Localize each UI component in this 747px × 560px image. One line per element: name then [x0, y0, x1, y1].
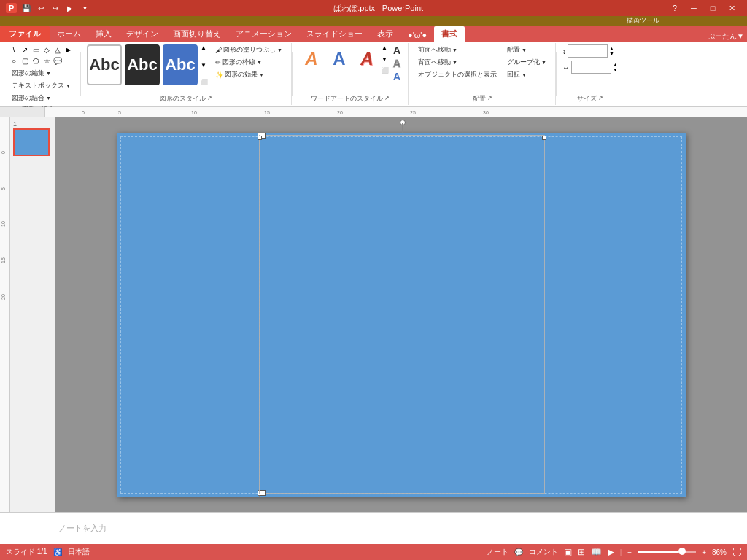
style-white-button[interactable]: Abc [87, 44, 122, 85]
comments-label[interactable]: コメント [529, 547, 558, 557]
textbox-button[interactable]: テキストボックス ▼ [9, 80, 74, 91]
bring-forward-button[interactable]: 前面へ移動 ▼ [415, 44, 500, 55]
shape-rounded-rect[interactable]: ▢ [20, 55, 30, 66]
ruler-horizontal-container: 0 5 10 15 20 25 30 [0, 107, 747, 117]
slide-preview-1[interactable] [13, 128, 50, 156]
undo-icon[interactable]: ↩ [34, 1, 47, 15]
wordart-a-red[interactable]: A [354, 44, 380, 74]
size-expand[interactable]: ↗ [598, 95, 603, 101]
shape-chevron[interactable]: ▶ [63, 44, 74, 55]
help-button[interactable]: ? [665, 0, 684, 16]
svg-text:10: 10 [1, 221, 6, 227]
wordart-a-blue[interactable]: A [326, 44, 352, 74]
language: 日本語 [68, 547, 90, 557]
merge-shapes-button[interactable]: 図形の結合 ▼ [9, 93, 74, 104]
redo-icon[interactable]: ↪ [49, 1, 62, 15]
zoom-level[interactable]: 86% [712, 548, 727, 556]
height-up-icon[interactable]: ▲ [609, 46, 614, 51]
shape-star[interactable]: ☆ [42, 55, 52, 66]
style-dark-button[interactable]: Abc [125, 44, 160, 85]
reading-view-icon[interactable]: 📖 [591, 547, 602, 557]
width-down-icon[interactable]: ▼ [613, 67, 618, 72]
send-backward-button[interactable]: 背面へ移動 ▼ [415, 57, 500, 68]
wordart-expand[interactable]: ↗ [384, 95, 390, 101]
tab-design[interactable]: デザイン [119, 26, 166, 42]
shape-styles-label: 図形のスタイル [160, 93, 206, 104]
shapes-insert-group: \ ↗ ▭ ◇ △ ▶ ○ ▢ ⬠ ☆ 💬 ⋯ 図形の編集 ▼ テキストボックス… [3, 43, 80, 105]
customize-icon[interactable]: ▼ [78, 1, 91, 15]
handle-bottom[interactable] [258, 490, 263, 496]
group-button[interactable]: グループ化 ▼ [504, 57, 549, 68]
quick-access-toolbar: 💾 ↩ ↪ ▶ ▼ [20, 1, 91, 15]
close-button[interactable]: ✕ [722, 0, 741, 16]
tab-format[interactable]: 書式 [434, 26, 465, 42]
zoom-in-icon[interactable]: + [702, 548, 706, 556]
wordart-up-icon[interactable]: ▲ [382, 44, 389, 51]
style-up-icon[interactable]: ▲ [201, 44, 208, 51]
shape-line[interactable]: \ [9, 44, 19, 55]
fit-to-window-icon[interactable]: ⛶ [732, 547, 741, 557]
selection-pane-button[interactable]: オブジェクトの選択と表示 [415, 69, 500, 80]
present-icon[interactable]: ▶ [63, 1, 77, 15]
shape-triangle[interactable]: △ [53, 44, 63, 55]
shape-more[interactable]: ⋯ [63, 55, 74, 66]
save-icon[interactable]: 💾 [20, 1, 33, 15]
wordart-expand-icon[interactable]: ⬜ [382, 67, 389, 74]
handle-middle[interactable] [258, 133, 263, 139]
shape-pentagon[interactable]: ⬠ [31, 55, 41, 66]
rotate-handle[interactable] [400, 120, 406, 125]
notes-area[interactable]: ノートを入力 [0, 512, 747, 544]
width-up-icon[interactable]: ▲ [613, 62, 618, 67]
zoom-out-icon[interactable]: − [627, 548, 632, 556]
wordart-a-orange[interactable]: A [298, 44, 325, 74]
tab-home[interactable]: ホーム [50, 26, 88, 42]
slide-canvas[interactable] [117, 133, 686, 497]
accessibility-icon[interactable]: ♿ [53, 548, 62, 556]
outline-icon: ✏ [215, 59, 221, 66]
shape-arrow[interactable]: ↗ [20, 44, 30, 55]
shape-styles-content: Abc Abc Abc ▲ ▼ ⬜ 🖌 図形の塗りつぶし ▼ ✏ 図形の枠線 ▼… [87, 44, 285, 93]
height-input[interactable] [568, 44, 608, 58]
restore-button[interactable]: □ [703, 0, 722, 16]
zoom-slider[interactable] [638, 551, 696, 553]
style-blue-button[interactable]: Abc [163, 44, 198, 85]
shape-fill-button[interactable]: 🖌 図形の塗りつぶし ▼ [212, 44, 285, 55]
text-effect-row: A [393, 71, 402, 82]
tab-transitions[interactable]: 画面切り替え [166, 26, 228, 42]
slideshow-icon[interactable]: ▶ [608, 547, 614, 557]
svg-text:20: 20 [337, 110, 343, 115]
tab-custom[interactable]: ●'ω'● [400, 28, 434, 42]
arrange-content: 前面へ移動 ▼ 背面へ移動 ▼ オブジェクトの選択と表示 配置 ▼ グループ化 … [415, 44, 549, 93]
wordart-down-icon[interactable]: ▼ [382, 56, 389, 63]
height-down-icon[interactable]: ▼ [609, 51, 614, 56]
notes-button[interactable]: ノート [487, 547, 508, 557]
shape-diamond[interactable]: ◇ [42, 44, 52, 55]
tab-insert[interactable]: 挿入 [88, 26, 119, 42]
align-button[interactable]: 配置 ▼ [504, 44, 549, 55]
rotate-button[interactable]: 回転 ▼ [504, 69, 549, 80]
slide-thumbnail-1[interactable]: 1 [13, 120, 52, 156]
shape-callout[interactable]: 💬 [53, 55, 63, 66]
tab-slideshow[interactable]: スライドショー [299, 26, 370, 42]
comments-icon[interactable]: 💬 [514, 548, 523, 556]
tab-animation[interactable]: アニメーション [228, 26, 299, 42]
style-down-icon[interactable]: ▼ [201, 62, 208, 69]
shape-rect[interactable]: ▭ [31, 44, 41, 55]
tab-file[interactable]: ファイル [0, 26, 50, 42]
ribbon-collapse-icon[interactable]: ぷーたん▼ [708, 31, 744, 42]
slide-sorter-icon[interactable]: ⊞ [578, 547, 585, 557]
zoom-slider-fill [638, 551, 678, 553]
shape-styles-expand[interactable]: ↗ [207, 95, 212, 101]
size-label: サイズ [577, 93, 597, 104]
shape-effect-button[interactable]: ✨ 図形の効果 ▼ [212, 69, 285, 80]
style-expand-icon[interactable]: ⬜ [201, 79, 208, 85]
minimize-button[interactable]: ─ [684, 0, 703, 16]
edit-shape-button[interactable]: 図形の編集 ▼ [9, 68, 74, 79]
arrange-expand[interactable]: ↗ [487, 95, 492, 101]
tab-view[interactable]: 表示 [370, 26, 400, 42]
shape-outline-button[interactable]: ✏ 図形の枠線 ▼ [212, 57, 285, 68]
width-row: ↔ ▲ ▼ [562, 61, 618, 74]
normal-view-icon[interactable]: ▣ [564, 547, 572, 557]
shape-circle[interactable]: ○ [9, 55, 19, 66]
width-input[interactable] [571, 61, 611, 74]
